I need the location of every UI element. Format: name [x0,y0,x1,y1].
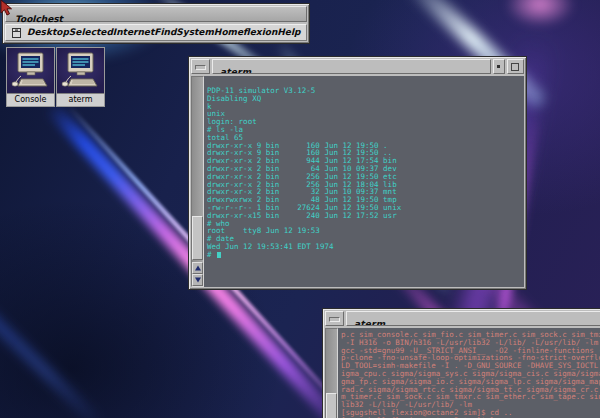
toolchest-menu-7[interactable]: Help [277,26,300,39]
terminal-line-5: login: root [207,118,522,126]
scrollbar-trough[interactable] [192,77,203,262]
titlebar-title-area[interactable]: aterm [346,311,600,326]
toolchest-icon [12,28,21,38]
scroll-down-button[interactable] [192,274,203,286]
titlebar[interactable]: aterm [191,59,524,74]
window-menu-button[interactable] [325,311,344,326]
terminal-line-6: # ls -la [207,126,522,134]
terminal-screen[interactable]: PDP-11 simulator V3.12-5Disabling XQkuni… [204,76,524,287]
mouse-pointer-icon [0,0,15,16]
aterm-window-build: aterm p.c sim_console.c sim_fio.c sim_ti… [322,308,600,418]
toolchest-menu-1[interactable]: Selected [69,26,113,39]
desktop-icon-label: aterm [57,93,104,106]
toolchest-menu-5[interactable]: Home [214,26,243,39]
window-menu-button[interactable] [191,59,210,74]
toolchest-titlebar[interactable]: Toolchest [5,6,307,22]
toolchest-menu-4[interactable]: System [176,26,214,39]
computer-icon [7,48,54,93]
computer-icon [57,48,104,93]
desktop-icon-aterm[interactable]: aterm [56,47,105,107]
titlebar-title-area[interactable]: aterm [212,59,491,74]
scrollbar[interactable] [325,328,338,418]
scrollbar-thumb[interactable] [326,393,337,418]
terminal-line-21: Wed Jun 12 19:53:41 EDT 1974 [207,243,522,251]
terminal-line-2: k [207,103,522,111]
window-menu-icon [329,317,340,322]
terminal-line-19: root tty8 Jun 12 19:53 [207,227,522,235]
window-body: p.c sim_console.c sim_fio.c sim_timer.c … [325,328,600,418]
toolchest-menu-2[interactable]: Internet [113,26,154,39]
window-title: aterm [213,66,251,74]
scrollbar-thumb[interactable] [192,216,203,260]
scroll-up-button[interactable] [192,262,203,274]
desktop-icon-console[interactable]: Console [6,47,55,107]
toolchest-menu-list: DesktopSelectedInternetFindSystemHomefle… [27,26,302,39]
terminal-screen[interactable]: p.c sim_console.c sim_fio.c sim_timer.c … [338,328,600,418]
terminal-line-22: # [207,251,522,259]
light-streak [0,308,101,418]
scrollbar[interactable] [191,76,204,287]
scrollbar-trough[interactable] [326,329,337,418]
aterm-window-main: aterm PDP-11 simulator V3.12-5Disabling … [188,56,527,290]
desktop-icon-label: Console [7,93,54,106]
toolchest-menu-0[interactable]: Desktop [27,26,69,39]
toolchest-window: Toolchest DesktopSelectedInternetFindSys… [2,3,310,44]
maximize-button[interactable] [507,59,524,74]
minimize-icon [497,65,500,68]
window-title: aterm [347,318,385,326]
minimize-button[interactable] [493,59,505,74]
maximize-icon [511,63,519,71]
light-streak [505,0,575,27]
titlebar[interactable]: aterm [325,311,600,326]
window-menu-icon [195,65,206,70]
toolchest-menubar: DesktopSelectedInternetFindSystemHomefle… [5,24,307,41]
terminal-line-17: drwxr-xr-x15 bin 240 Jun 12 17:52 usr [207,212,522,220]
toolchest-menu-6[interactable]: flexion [243,26,277,39]
window-body: PDP-11 simulator V3.12-5Disabling XQkuni… [191,76,524,287]
toolchest-menu-3[interactable]: Find [154,26,176,39]
terminal-line-1: Disabling XQ [207,95,522,103]
